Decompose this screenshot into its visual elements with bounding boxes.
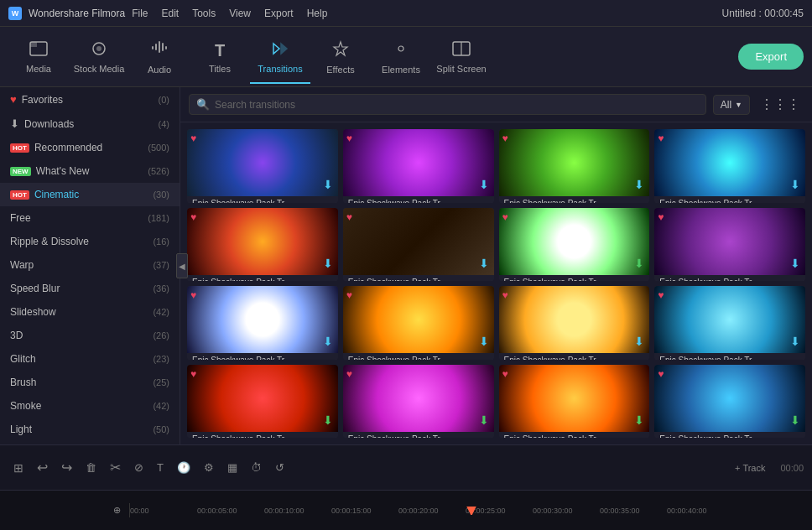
download-icon-14[interactable]: ⬇ xyxy=(479,413,489,427)
download-icon-3[interactable]: ⬇ xyxy=(634,178,644,191)
download-icon-5[interactable]: ⬇ xyxy=(323,257,333,270)
transition-card-6[interactable]: ♥ ⬇ Epic Shockwave Pack Tr... xyxy=(343,208,494,282)
sidebar-label-slideshow: Slideshow xyxy=(10,306,56,318)
timeline-360[interactable]: ↺ xyxy=(270,458,289,477)
toolbar-item-transitions[interactable]: Transitions xyxy=(250,30,310,84)
download-icon-16[interactable]: ⬇ xyxy=(790,413,800,427)
transition-card-12[interactable]: ♥ ⬇ Epic Shockwave Pack Tr... xyxy=(654,286,805,360)
favorite-icon-12: ♥ xyxy=(658,289,664,301)
sidebar-item-3d[interactable]: 3D (26) xyxy=(0,324,180,347)
sidebar-item-light[interactable]: Light (50) xyxy=(0,418,180,441)
download-icon-13[interactable]: ⬇ xyxy=(323,413,333,427)
download-icon-10[interactable]: ⬇ xyxy=(479,335,489,348)
download-icon-12[interactable]: ⬇ xyxy=(790,335,800,348)
export-button[interactable]: Export xyxy=(738,44,804,70)
timeline-add-track[interactable]: + Track xyxy=(730,460,770,476)
sidebar-item-glitch[interactable]: Glitch (23) xyxy=(0,347,180,371)
transition-card-14[interactable]: ♥ ⬇ Epic Shockwave Pack Tr... xyxy=(343,365,494,439)
sidebar-item-brush[interactable]: Brush (25) xyxy=(0,371,180,394)
sidebar-item-left-3d: 3D xyxy=(10,330,23,341)
download-icon-4[interactable]: ⬇ xyxy=(790,178,800,191)
timeline-crop[interactable]: ⊘ xyxy=(129,458,148,477)
sidebar-item-ripple-dissolve[interactable]: Ripple & Dissolve (16) xyxy=(0,230,180,253)
timeline-stabilize[interactable]: ⏱ xyxy=(246,458,267,477)
transition-card-11[interactable]: ♥ ⬇ Epic Shockwave Pack Tr... xyxy=(499,286,650,360)
sidebar-item-slideshow[interactable]: Slideshow (42) xyxy=(0,300,180,324)
download-icon-7[interactable]: ⬇ xyxy=(634,257,644,270)
sidebar-item-left-downloads: ⬇ Downloads xyxy=(10,117,74,130)
toolbar-item-audio[interactable]: Audio xyxy=(129,30,190,84)
toolbar-item-stock-media[interactable]: Stock Media xyxy=(69,30,129,84)
menu-item-edit[interactable]: Edit xyxy=(162,8,180,19)
download-icon-15[interactable]: ⬇ xyxy=(634,413,644,427)
transition-card-3[interactable]: ♥ ⬇ Epic Shockwave Pack Tr... xyxy=(499,129,650,203)
menu-item-help[interactable]: Help xyxy=(307,8,328,19)
timeline-delete[interactable]: 🗑 xyxy=(81,458,102,477)
transition-card-15[interactable]: ♥ ⬇ Epic Shockwave Pack Tr... xyxy=(499,365,650,439)
transition-card-16[interactable]: ♥ ⬇ Epic Shockwave Pack Tr... xyxy=(654,365,805,439)
menu-item-export[interactable]: Export xyxy=(264,8,294,19)
sidebar-item-warp[interactable]: Warp (37) xyxy=(0,253,180,277)
menu-item-view[interactable]: View xyxy=(229,8,251,19)
ruler-time-1: 00:00:05:00 xyxy=(197,507,264,515)
timeline-text[interactable]: T xyxy=(152,458,169,477)
transition-label-5: Epic Shockwave Pack Tr... xyxy=(187,275,338,282)
sidebar-item-whats-new[interactable]: NEW What's New (526) xyxy=(0,159,180,183)
zoom-level: 00:00 xyxy=(780,463,804,473)
sidebar-item-left-favorites: ♥ Favorites xyxy=(10,93,63,106)
toolbar-item-split-screen[interactable]: Split Screen xyxy=(431,30,492,84)
sidebar-count-warp: (37) xyxy=(153,260,169,270)
download-icon-2[interactable]: ⬇ xyxy=(479,178,489,191)
transition-thumbnail-10: ♥ ⬇ xyxy=(343,286,494,353)
transitions-panel: 🔍 All ▼ ⋮⋮⋮ ♥ ⬇ Epic Shockwave Pack Tr..… xyxy=(180,87,812,444)
transition-card-4[interactable]: ♥ ⬇ Epic Shockwave Pack Tr... xyxy=(654,129,805,203)
sidebar-item-speed-blur[interactable]: Speed Blur (36) xyxy=(0,277,180,300)
search-icon: 🔍 xyxy=(196,98,210,111)
download-icon-8[interactable]: ⬇ xyxy=(790,257,800,270)
sidebar-collapse-button[interactable]: ◀ xyxy=(176,253,188,278)
project-title: Untitled : 00:00:45 xyxy=(722,8,804,19)
timeline-redo[interactable]: ↪ xyxy=(56,456,77,479)
transition-card-7[interactable]: ♥ ⬇ Epic Shockwave Pack Tr... xyxy=(499,208,650,282)
timeline-cut[interactable]: ✂ xyxy=(105,456,126,479)
sidebar-item-downloads[interactable]: ⬇ Downloads (4) xyxy=(0,112,180,136)
sidebar-item-smoke[interactable]: Smoke (42) xyxy=(0,394,180,418)
effects-icon xyxy=(331,40,350,61)
transition-card-1[interactable]: ♥ ⬇ Epic Shockwave Pack Tr... xyxy=(187,129,338,203)
transition-card-13[interactable]: ♥ ⬇ Epic Shockwave Pack Tr... xyxy=(187,365,338,439)
search-input[interactable] xyxy=(215,99,699,111)
transition-card-2[interactable]: ♥ ⬇ Epic Shockwave Pack Tr... xyxy=(343,129,494,203)
menu-item-tools[interactable]: Tools xyxy=(192,8,216,19)
toolbar-item-effects[interactable]: Effects xyxy=(310,30,371,84)
sidebar-item-favorites[interactable]: ♥ Favorites (0) xyxy=(0,87,180,112)
transition-card-5[interactable]: ♥ ⬇ Epic Shockwave Pack Tr... xyxy=(187,208,338,282)
toolbar-item-media[interactable]: Media xyxy=(8,30,69,84)
sidebar-item-free[interactable]: Free (181) xyxy=(0,206,180,230)
transition-thumbnail-4: ♥ ⬇ xyxy=(654,129,805,196)
timeline-controls: ⊞ ↩ ↪ 🗑 ✂ ⊘ T 🕐 ⚙ ▦ ⏱ ↺ + Track 00:00 xyxy=(0,444,812,490)
sidebar-item-recommended[interactable]: HOT Recommended (500) xyxy=(0,136,180,159)
sidebar-count-recommended: (500) xyxy=(148,143,169,153)
transition-card-9[interactable]: ♥ ⬇ Epic Shockwave Pack Tr... xyxy=(187,286,338,360)
grid-view-button[interactable]: ⋮⋮⋮ xyxy=(757,95,804,114)
download-icon-9[interactable]: ⬇ xyxy=(323,335,333,348)
timeline-track-add[interactable]: ⊕ xyxy=(112,503,122,517)
search-input-wrapper[interactable]: 🔍 xyxy=(189,94,706,115)
toolbar-item-titles[interactable]: TTitles xyxy=(190,30,250,84)
sidebar-label-whats-new: What's New xyxy=(36,165,90,177)
timeline-undo[interactable]: ↩ xyxy=(32,456,53,479)
filter-dropdown[interactable]: All ▼ xyxy=(713,95,750,115)
transition-card-10[interactable]: ♥ ⬇ Epic Shockwave Pack Tr... xyxy=(343,286,494,360)
download-icon-1[interactable]: ⬇ xyxy=(323,178,333,191)
sidebar-item-cinematic[interactable]: HOT Cinematic (30) xyxy=(0,183,180,206)
timeline-color[interactable]: ⚙ xyxy=(199,458,219,477)
timeline-tool-scenes[interactable]: ⊞ xyxy=(8,458,29,478)
sidebar-label-ripple-dissolve: Ripple & Dissolve xyxy=(10,236,89,247)
download-icon-6[interactable]: ⬇ xyxy=(479,257,489,270)
timeline-speed[interactable]: 🕐 xyxy=(172,458,195,477)
timeline-audio[interactable]: ▦ xyxy=(222,458,242,477)
download-icon-11[interactable]: ⬇ xyxy=(634,335,644,348)
menu-item-file[interactable]: File xyxy=(132,8,148,19)
transition-card-8[interactable]: ♥ ⬇ Epic Shockwave Pack Tr... xyxy=(654,208,805,282)
toolbar-item-elements[interactable]: Elements xyxy=(371,30,431,84)
